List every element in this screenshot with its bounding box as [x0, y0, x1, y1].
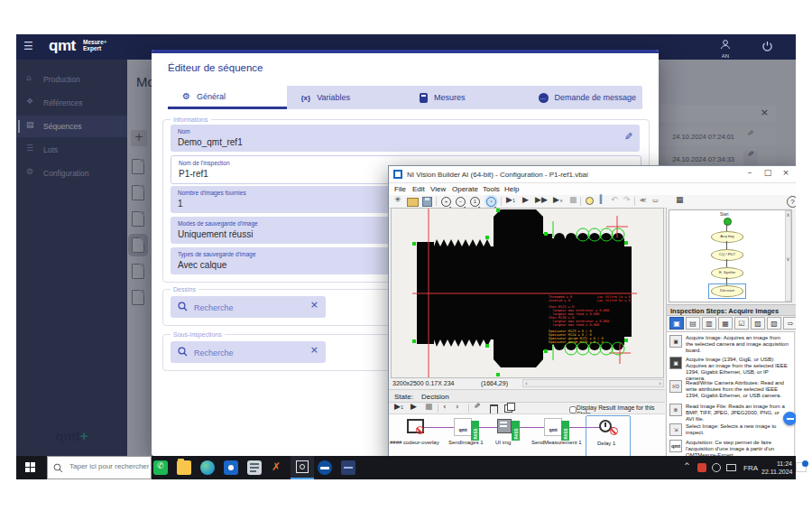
copy-step-icon[interactable] [504, 404, 512, 413]
state-node-selected[interactable]: Décision [711, 285, 743, 297]
zoom-fit-icon[interactable]: ▫ [486, 197, 496, 207]
tab-general[interactable]: ⚙ Général [168, 86, 287, 109]
tray-chevron-icon[interactable]: ^ [684, 463, 690, 487]
light-icon[interactable] [586, 197, 594, 205]
tray-circle-icon[interactable] [712, 463, 721, 472]
power-icon[interactable] [761, 41, 773, 52]
zoom-in-icon[interactable]: + [441, 197, 451, 207]
display-result-checkbox[interactable] [569, 406, 577, 413]
run-state-icon[interactable]: ▶ [411, 403, 417, 411]
tab-demande-message[interactable]: Demande de message [524, 86, 643, 109]
menu-operate[interactable]: Operate [452, 185, 478, 193]
tab-tools-icon[interactable]: ▧ [767, 317, 781, 330]
minimize-button[interactable]: – [742, 169, 758, 181]
film-icon: ▦ [676, 196, 684, 204]
dark-app-icon[interactable] [341, 460, 355, 475]
tab-communicate-icon[interactable]: ⇨ [783, 317, 796, 330]
edit-icon[interactable]: ✎ [624, 132, 632, 142]
redo-icon[interactable]: ↷ [623, 196, 631, 204]
state-node[interactable]: E. Synthe [711, 267, 743, 279]
notepad-app-icon[interactable] [247, 460, 262, 475]
clear-search-icon[interactable]: × [310, 345, 318, 355]
save-icon[interactable] [422, 197, 432, 207]
window-titlebar[interactable]: NI Vision Builder AI (64-bit) - Configur… [389, 166, 796, 183]
new-icon[interactable]: ✳ [394, 196, 401, 204]
field-nom[interactable]: Nom Demo_qmt_ref1 ✎ [171, 125, 640, 152]
phone-app-icon[interactable]: ✆ [153, 460, 168, 475]
scroll-left-icon[interactable]: ‹ [525, 380, 528, 387]
clear-search-icon[interactable]: × [310, 300, 318, 310]
maximize-button[interactable]: □ [760, 169, 776, 181]
menu-edit[interactable]: Edit [412, 185, 425, 193]
window-title: NI Vision Builder AI (64-bit) - Configur… [407, 171, 588, 179]
run-icon[interactable]: ▶ [522, 196, 529, 204]
tab-locate-icon[interactable]: ▥ [702, 317, 716, 330]
close-button[interactable]: × [778, 169, 794, 181]
section-legend: Informations [171, 116, 211, 123]
qmt-acquisition-icon: qmt [669, 440, 682, 452]
teamviewer-icon[interactable] [318, 460, 332, 475]
open-folder-icon[interactable] [407, 198, 419, 207]
align-left-icon[interactable]: ≪ [640, 198, 646, 204]
help-icon[interactable]: ? [787, 196, 796, 208]
language-indicator[interactable]: FRA [743, 464, 758, 488]
edge-browser-icon[interactable] [200, 460, 215, 475]
state-node[interactable]: Acq Img [711, 231, 743, 243]
active-app-ni-vision[interactable] [291, 456, 314, 479]
run-once-icon[interactable]: ▶1 [506, 196, 515, 204]
run-continuous-icon[interactable]: ▶▶ [535, 196, 548, 204]
menu-help[interactable]: Help [504, 185, 519, 193]
palette-vscroll[interactable]: ∧∨ [794, 331, 796, 461]
overlay-handle-button[interactable] [783, 412, 796, 425]
scroll-right-icon[interactable]: › [659, 380, 661, 387]
edit-step-icon[interactable]: ✎ [474, 403, 481, 411]
taskbar-search[interactable] [47, 456, 152, 479]
stop-icon[interactable]: ■ [569, 196, 577, 204]
orange-tool-icon[interactable]: ✗ [271, 460, 285, 475]
search-input[interactable] [192, 344, 304, 361]
tray-red-icon[interactable] [697, 463, 706, 472]
image-canvas[interactable]: Threaded = 0 inversé = 0 Loc filtré lo =… [391, 208, 664, 378]
hamburger-menu-icon[interactable]: ☰ [23, 41, 33, 51]
step-name: SendMeasurement 1 [531, 440, 582, 445]
pause-icon[interactable]: ║ [598, 196, 603, 204]
tab-variables[interactable]: {x} Variables [287, 86, 406, 109]
canvas-hscrollbar[interactable]: ‹ › [522, 379, 664, 387]
tray-display-icon[interactable] [726, 464, 736, 471]
start-button[interactable] [25, 462, 35, 472]
run-state-once-icon[interactable]: ▶1 [394, 403, 403, 411]
stop-state-icon[interactable]: ■ [425, 403, 433, 411]
step-icon-sendimages[interactable]: qmt PASS [454, 418, 472, 436]
undo-icon[interactable]: ↶ [611, 196, 618, 204]
step-icon-ui-img[interactable]: PASS [497, 418, 515, 436]
clock[interactable]: 11:24 22.11.2024 [761, 460, 792, 483]
state-node[interactable]: CQ / FILT [711, 249, 743, 261]
diagram-vscroll[interactable]: ∧∨ [785, 210, 791, 302]
run-stop-icon[interactable]: ▶× [553, 196, 563, 204]
blue-app-icon[interactable] [224, 460, 238, 475]
prev-icon[interactable]: ‹ [443, 403, 447, 411]
state-diagram[interactable]: Start Acq Img CQ / FILT E. Synthe Décisi… [669, 209, 792, 302]
tab-identify-icon[interactable]: ▨ [751, 317, 765, 330]
zoom-out-icon[interactable]: − [456, 197, 466, 207]
file-explorer-icon[interactable] [177, 460, 191, 475]
menu-view[interactable]: View [430, 185, 446, 193]
taskbar-search-input[interactable] [68, 461, 151, 471]
menu-file[interactable]: File [394, 185, 406, 193]
search-input[interactable] [192, 299, 304, 316]
tab-enhance-icon[interactable]: ▤ [686, 317, 700, 330]
step-icon-codeur-overlay[interactable] [407, 418, 425, 436]
step-icon-sendmeasurement[interactable]: qmt PASS [544, 418, 562, 436]
tab-measure-icon[interactable]: ▦ [718, 317, 733, 330]
next-icon[interactable]: › [456, 403, 459, 411]
windows-taskbar: ✆ ✗ ^ FRA 11:24 22.11.2024 [16, 456, 796, 479]
zoom-1to1-icon[interactable]: 1 [470, 197, 480, 207]
notification-center-icon[interactable] [796, 462, 807, 472]
user-menu[interactable]: AN [716, 37, 734, 59]
roi-icon[interactable]: ▭ [652, 198, 659, 204]
menu-tools[interactable]: Tools [483, 185, 500, 193]
tab-check-icon[interactable]: ☑ [734, 317, 749, 330]
selected-step-box[interactable]: Delay 1 [586, 415, 631, 458]
tab-acquire-icon[interactable]: ▣ [669, 317, 684, 330]
tab-mesures[interactable]: Mesures [405, 86, 524, 109]
